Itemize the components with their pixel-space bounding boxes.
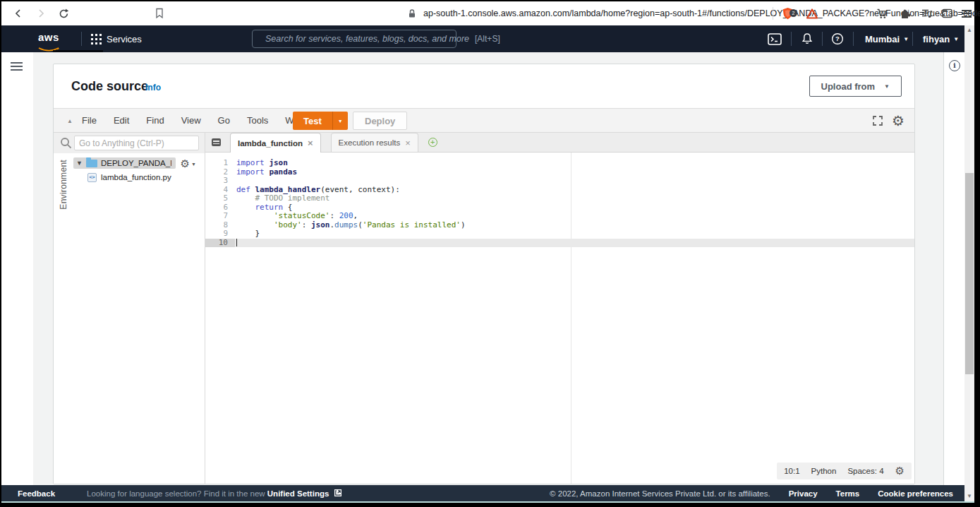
extensions-button[interactable] — [899, 1, 911, 25]
reading-list-button[interactable] — [921, 1, 933, 25]
code-line-4[interactable]: def lambda_handler(event, context): — [235, 186, 914, 195]
side-menu-button[interactable] — [11, 60, 23, 73]
gear-icon: ⚙ — [181, 157, 190, 170]
language-mode[interactable]: Python — [811, 467, 837, 475]
browser-reload-button[interactable] — [58, 1, 70, 25]
info-circle-icon[interactable]: i — [949, 60, 960, 71]
browser-back-button[interactable] — [13, 1, 24, 25]
menu-item-view[interactable]: View — [181, 115, 201, 126]
url-lock[interactable] — [407, 1, 417, 25]
code-line-2[interactable]: import pandas — [235, 168, 914, 177]
cookie-preferences-link[interactable]: Cookie preferences — [878, 489, 953, 498]
code-area[interactable]: 12345678910 import jsonimport pandasdef … — [205, 153, 914, 484]
page-scrollbar[interactable]: ▲ ▼ — [964, 25, 974, 501]
settings-gear-icon[interactable]: ⚙ — [892, 112, 905, 129]
indent-setting[interactable]: Spaces: 4 — [847, 467, 883, 475]
fullscreen-icon[interactable] — [872, 115, 883, 126]
services-label: Services — [107, 34, 142, 44]
user-label: fihyan — [923, 34, 950, 44]
unified-settings-link[interactable]: Unified Settings — [267, 489, 329, 498]
code-line-8[interactable]: 'body': json.dumps('Pandas is installed'… — [235, 221, 914, 230]
chevron-down-icon: ▼ — [191, 162, 196, 167]
privacy-link[interactable]: Privacy — [789, 489, 818, 498]
cursor-position[interactable]: 10:1 — [784, 467, 799, 475]
tab-execution-results[interactable]: Execution results × — [331, 133, 418, 152]
cloudshell-button[interactable] — [768, 25, 782, 52]
aws-nav: aws Services Search for services, featur… — [1, 25, 974, 52]
file-row[interactable]: <> lambda_function.py — [73, 170, 205, 184]
url-bar[interactable]: ap-south-1.console.aws.amazon.com/lambda… — [423, 1, 980, 25]
tree-expand-caret-icon[interactable]: ▼ — [76, 160, 83, 167]
gutter-line-number: 8 — [205, 221, 235, 230]
feedback-link[interactable]: Feedback — [18, 489, 55, 498]
test-button-label[interactable]: Test — [293, 112, 332, 130]
gutter-line-number: 1 — [205, 159, 235, 168]
browser-forward-button[interactable] — [35, 1, 47, 25]
status-gear-icon[interactable]: ⚙ — [895, 465, 905, 477]
nav-divider — [81, 32, 82, 46]
services-menu[interactable]: Services — [91, 25, 142, 52]
terms-link[interactable]: Terms — [836, 489, 860, 498]
code-line-1[interactable]: import json — [235, 159, 914, 168]
footer-right: © 2022, Amazon Internet Services Private… — [550, 489, 953, 498]
scroll-down-arrow[interactable]: ▼ — [964, 491, 974, 501]
gutter-line-number: 2 — [205, 168, 235, 177]
scrollbar-thumb[interactable] — [965, 173, 974, 374]
code-line-9[interactable]: } — [235, 229, 914, 239]
test-dropdown-button[interactable]: ▼ — [332, 112, 348, 130]
gutter-line-number: 5 — [205, 194, 235, 203]
environment-tab-label[interactable]: Environment — [59, 160, 68, 210]
external-link-icon — [334, 489, 342, 497]
scroll-up-arrow[interactable]: ▲ — [964, 25, 974, 35]
bookmark-button[interactable] — [155, 1, 164, 25]
tab-button[interactable] — [941, 1, 953, 25]
account-menu[interactable]: fihyan ▼ — [923, 25, 959, 52]
svg-text:?: ? — [835, 35, 840, 42]
info-link[interactable]: Info — [145, 83, 161, 93]
menu-item-file[interactable]: File — [82, 115, 97, 126]
tab-lambda-function[interactable]: lambda_function × — [230, 133, 321, 153]
aws-logo[interactable]: aws — [38, 25, 59, 52]
triangle-extension-button[interactable] — [806, 1, 818, 25]
code-line-5[interactable]: # TODO implement — [235, 194, 914, 203]
ide-body: Environment ▼ DEPLOY_PANDA_PA ⚙ ▼ — [54, 133, 914, 484]
forward-icon — [35, 8, 47, 19]
console-page: i Code source Info Upload from ▼ ▲ FileE… — [1, 52, 974, 501]
cart-icon — [876, 8, 888, 20]
notifications-button[interactable] — [801, 25, 813, 52]
deploy-button[interactable]: Deploy — [353, 112, 407, 130]
browser-menu-icon — [962, 8, 972, 19]
collapse-panel-icon[interactable]: ▲ — [67, 118, 73, 124]
test-button[interactable]: Test ▼ — [293, 112, 348, 130]
region-selector[interactable]: Mumbai ▼ — [865, 25, 909, 52]
menu-item-go[interactable]: Go — [218, 115, 230, 126]
menu-item-tools[interactable]: Tools — [247, 115, 268, 126]
menubar-items: FileEditFindViewGoToolsWindow — [82, 109, 318, 132]
console-footer: Feedback Looking for language selection?… — [1, 485, 974, 501]
help-button[interactable]: ? — [831, 25, 844, 52]
shield-extension-button[interactable]: 2 — [781, 1, 794, 25]
menubar-icons: ⚙ — [872, 109, 905, 132]
aws-search-box[interactable]: Search for services, features, blogs, do… — [252, 30, 456, 48]
cart-extension-button[interactable] — [876, 1, 888, 25]
url-text: ap-south-1.console.aws.amazon.com/lambda… — [423, 8, 980, 18]
close-icon[interactable]: × — [308, 138, 313, 148]
folder-selection[interactable]: ▼ DEPLOY_PANDA_PA — [73, 157, 176, 169]
tab-list-icon[interactable] — [212, 138, 221, 146]
card-header: Code source Info Upload from ▼ — [54, 64, 914, 108]
code-line-10[interactable] — [235, 239, 914, 248]
new-tab-icon[interactable]: + — [428, 138, 437, 147]
gutter-line-number: 3 — [205, 177, 235, 186]
menu-item-edit[interactable]: Edit — [114, 115, 129, 126]
goto-anything-input[interactable] — [74, 136, 199, 150]
close-icon[interactable]: × — [405, 138, 411, 148]
gutter-line-number: 7 — [205, 212, 235, 221]
folder-row[interactable]: ▼ DEPLOY_PANDA_PA ⚙ ▼ — [73, 156, 205, 170]
help-icon: ? — [831, 32, 844, 45]
screen: ap-south-1.console.aws.amazon.com/lambda… — [0, 0, 980, 507]
browser-menu-button[interactable] — [962, 1, 972, 25]
menu-item-find[interactable]: Find — [146, 115, 164, 126]
editor-status-bar: 10:1 Python Spaces: 4 ⚙ — [777, 463, 912, 479]
tree-settings-button[interactable]: ⚙ ▼ — [181, 157, 196, 170]
upload-from-button[interactable]: Upload from ▼ — [809, 76, 902, 97]
